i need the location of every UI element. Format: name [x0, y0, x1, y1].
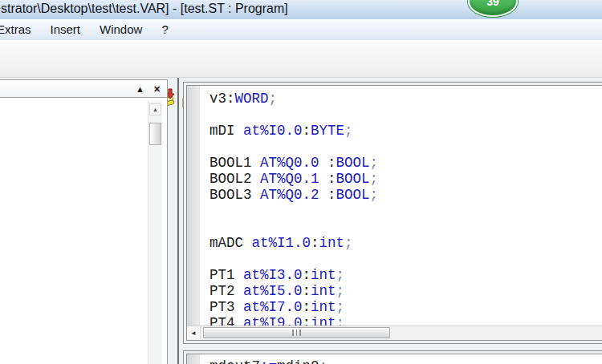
code-line[interactable]: PT2 at%I5.0:int; [209, 283, 602, 299]
code-line[interactable]: PT4 at%I9.0:int; [209, 315, 602, 326]
code-line[interactable]: BOOL1 AT%Q0.0 :BOOL; [209, 155, 602, 171]
menu-extras[interactable]: Extras [0, 19, 41, 40]
code-line[interactable]: PT3 at%I7.0:int; [209, 299, 602, 315]
left-panel-header: ▲ ✕ [0, 79, 168, 98]
menu-insert[interactable]: Insert [41, 19, 91, 40]
declaration-editor-pane: v3:WORD; mDI at%I0.0:BYTE; BOOL1 AT%Q0.0… [183, 82, 602, 344]
badge-number: 39 [486, 0, 499, 8]
window-title: strator\Desktop\test\test.VAR] - [test.S… [1, 2, 288, 16]
code-line[interactable]: PT1 at%I3.0:int; [209, 267, 602, 283]
code-line[interactable]: BOOL2 AT%Q0.1 :BOOL; [209, 171, 602, 187]
code-line[interactable] [209, 251, 602, 267]
editor-gutter [187, 354, 200, 364]
left-panel-scrollbar[interactable]: ▲ [148, 101, 162, 364]
panel-collapse-button[interactable]: ▲ [133, 83, 147, 95]
bottom-editor-pane: mdout7:=mdin0; [183, 350, 602, 364]
code-line[interactable] [209, 107, 602, 123]
scrollbar-track[interactable] [201, 326, 602, 340]
toolbar [0, 40, 602, 78]
menu-bar: Extras Insert Window ? [0, 19, 602, 41]
bottom-code-area[interactable]: mdout7:=mdin0; [200, 354, 602, 364]
title-bar: strator\Desktop\test\test.VAR] - [test.S… [0, 0, 602, 20]
editor-gutter [187, 86, 200, 326]
code-line[interactable] [209, 219, 602, 235]
scroll-left-button[interactable]: ◄ [187, 326, 201, 339]
code-line[interactable]: BOOL3 AT%Q0.2 :BOOL; [209, 187, 602, 203]
code-line[interactable]: mdout7:=mdin0; [209, 358, 602, 364]
menu-help[interactable]: ? [152, 19, 177, 40]
scroll-up-button[interactable]: ▲ [149, 103, 161, 115]
left-panel-body[interactable] [0, 98, 168, 364]
code-line[interactable] [209, 203, 602, 219]
green-badge: 39 [468, 0, 518, 17]
app-window: strator\Desktop\test\test.VAR] - [test.S… [0, 0, 602, 364]
code-line[interactable] [209, 139, 602, 155]
code-line[interactable]: mADC at%I1.0:int; [209, 235, 602, 251]
menu-window[interactable]: Window [90, 19, 152, 40]
scrollbar-thumb[interactable] [149, 123, 161, 145]
editor-hscrollbar[interactable]: ◄ [187, 326, 602, 340]
scrollbar-thumb[interactable] [203, 327, 390, 338]
code-line[interactable]: mDI at%I0.0:BYTE; [209, 123, 602, 139]
code-line[interactable]: v3:WORD; [209, 91, 602, 107]
code-area[interactable]: v3:WORD; mDI at%I0.0:BYTE; BOOL1 AT%Q0.0… [200, 86, 602, 326]
pane-splitter[interactable] [177, 78, 179, 364]
panel-close-button[interactable]: ✕ [150, 83, 164, 95]
